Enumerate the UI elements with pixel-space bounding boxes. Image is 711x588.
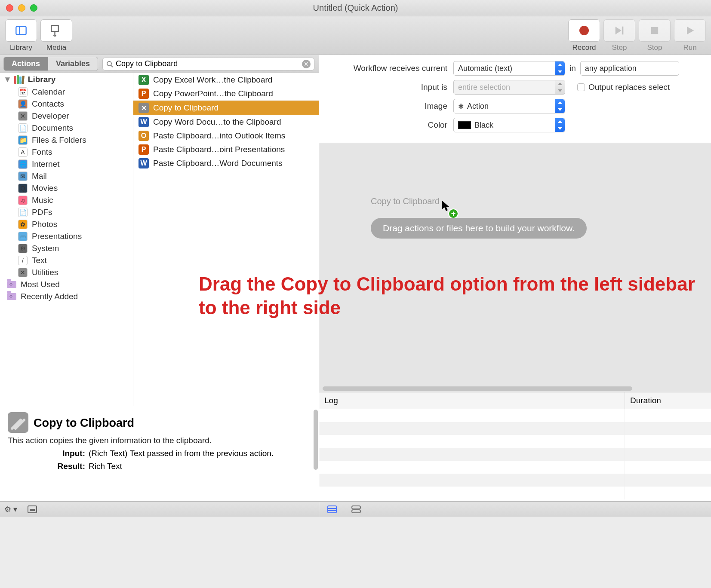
action-item[interactable]: XCopy Excel Work…the Clipboard — [133, 73, 319, 87]
description-body: This action copies the given information… — [8, 436, 311, 445]
application-dropdown[interactable]: any application — [580, 61, 679, 76]
sidebar-item-contacts[interactable]: 👤Contacts — [0, 98, 133, 110]
action-item[interactable]: OPaste Clipboard…into Outlook Items — [133, 129, 319, 143]
sidebar-smart-most-used[interactable]: ⚙Most Used — [0, 279, 133, 291]
library-sidebar: ▼ Library 📅Calendar👤Contacts✕Developer📄D… — [0, 73, 133, 406]
tab-search-row: Actions Variables ✕ — [0, 55, 319, 73]
horizontal-scrollbar[interactable] — [319, 385, 711, 392]
action-item[interactable]: PPaste Clipboard…oint Presentations — [133, 143, 319, 156]
sidebar-item-label: Recently Added — [21, 292, 78, 301]
sidebar-item-music[interactable]: ♫Music — [0, 194, 133, 206]
flow-view-icon[interactable] — [327, 505, 337, 514]
workflow-canvas[interactable]: Copy to Clipboard + Drag actions or file… — [319, 143, 711, 385]
drop-hint: Drag actions or files here to build your… — [371, 218, 587, 239]
svg-marker-21 — [558, 127, 562, 130]
plus-badge-icon: + — [448, 208, 459, 219]
sidebar-item-mail[interactable]: ✉Mail — [0, 170, 133, 182]
category-icon: / — [18, 256, 28, 265]
svg-marker-17 — [558, 89, 562, 92]
svg-rect-11 — [19, 77, 22, 84]
svg-marker-6 — [687, 26, 694, 34]
action-item-label: Copy Excel Work…the Clipboard — [153, 75, 272, 85]
sidebar-item-label: Fonts — [32, 147, 52, 157]
svg-marker-3 — [616, 26, 622, 34]
library-header[interactable]: ▼ Library — [0, 73, 133, 86]
bottom-toolbar-right — [319, 501, 711, 517]
svg-rect-9 — [14, 76, 16, 84]
svg-marker-15 — [558, 70, 562, 73]
sidebar-item-utilities[interactable]: ✕Utilities — [0, 266, 133, 279]
svg-rect-0 — [16, 26, 26, 34]
log-column-header[interactable]: Log — [319, 392, 625, 409]
svg-rect-2 — [51, 25, 58, 31]
list-view-icon[interactable] — [351, 505, 361, 514]
sidebar-item-system[interactable]: ⚙System — [0, 242, 133, 254]
action-item-label: Copy Word Docu…to the Clipboard — [153, 117, 281, 127]
action-item[interactable]: PCopy PowerPoint…the Clipboard — [133, 87, 319, 101]
tab-actions[interactable]: Actions — [3, 57, 48, 71]
sidebar-item-photos[interactable]: ✿Photos — [0, 218, 133, 230]
actions-variables-segment: Actions Variables — [3, 57, 98, 71]
tab-variables[interactable]: Variables — [48, 57, 98, 71]
smart-folder-icon: ⚙ — [7, 280, 16, 289]
close-icon[interactable] — [6, 4, 13, 12]
sidebar-item-documents[interactable]: 📄Documents — [0, 122, 133, 134]
svg-marker-14 — [558, 64, 562, 66]
category-icon: A — [18, 147, 28, 157]
library-button[interactable]: Library — [5, 19, 37, 52]
sidebar-item-movies[interactable]: QMovies — [0, 182, 133, 194]
color-dropdown[interactable]: Black — [453, 118, 565, 132]
action-item-label: Copy PowerPoint…the Clipboard — [153, 89, 273, 98]
sidebar-item-label: Documents — [32, 123, 73, 133]
media-button[interactable]: Media — [40, 19, 72, 52]
receives-dropdown[interactable]: Automatic (text) — [453, 61, 565, 76]
gear-popup-icon[interactable]: ⚙ ▾ — [4, 505, 17, 514]
minimize-icon[interactable] — [18, 4, 25, 12]
record-icon — [579, 26, 589, 35]
sidebar-item-calendar[interactable]: 📅Calendar — [0, 86, 133, 98]
duration-column-header[interactable]: Duration — [625, 392, 711, 409]
sidebar-item-label: Most Used — [21, 280, 60, 289]
sidebar-item-label: Presentations — [32, 232, 82, 241]
sidebar-item-files-folders[interactable]: 📁Files & Folders — [0, 134, 133, 146]
bottom-toolbar-left: ⚙ ▾ — [0, 501, 319, 517]
search-input[interactable] — [116, 59, 302, 68]
step-button[interactable]: Step — [603, 19, 635, 52]
category-icon: ✉ — [18, 172, 28, 181]
sidebar-item-presentations[interactable]: ▭Presentations — [0, 230, 133, 242]
library-icon — [13, 75, 25, 84]
clear-icon[interactable]: ✕ — [302, 60, 311, 68]
sidebar-item-text[interactable]: /Text — [0, 254, 133, 266]
sidebar-item-developer[interactable]: ✕Developer — [0, 110, 133, 122]
search-field[interactable]: ✕ — [102, 58, 314, 70]
disclosure-icon[interactable]: ▼ — [3, 75, 12, 84]
sidebar-item-fonts[interactable]: AFonts — [0, 146, 133, 158]
action-item[interactable]: WPaste Clipboard…Word Documents — [133, 156, 319, 170]
image-dropdown[interactable]: ✱ Action — [453, 99, 565, 113]
app-icon: W — [139, 117, 149, 127]
inbox-icon[interactable] — [28, 505, 37, 513]
category-icon: Q — [18, 184, 28, 193]
sidebar-item-pdfs[interactable]: 📄PDFs — [0, 206, 133, 218]
sidebar-smart-recently-added[interactable]: ⚙Recently Added — [0, 291, 133, 303]
scrollbar[interactable] — [314, 410, 318, 470]
description-title: Copy to Clipboard — [34, 416, 311, 430]
svg-marker-18 — [558, 101, 562, 104]
action-item[interactable]: ✕Copy to Clipboard — [133, 101, 319, 115]
svg-rect-5 — [651, 27, 658, 34]
titlebar: Untitled (Quick Action) — [0, 0, 711, 16]
app-icon: P — [139, 89, 149, 99]
svg-line-8 — [111, 65, 113, 67]
zoom-icon[interactable] — [30, 4, 37, 12]
output-replaces-checkbox[interactable] — [577, 83, 585, 91]
stop-button[interactable]: Stop — [639, 19, 671, 52]
sidebar-item-internet[interactable]: 🌐Internet — [0, 158, 133, 170]
svg-rect-12 — [22, 76, 25, 84]
search-icon — [106, 61, 113, 67]
run-button[interactable]: Run — [674, 19, 706, 52]
svg-rect-10 — [17, 75, 19, 84]
record-button[interactable]: Record — [568, 19, 600, 52]
inputis-dropdown: entire selection — [453, 80, 565, 95]
sidebar-item-label: PDFs — [32, 208, 52, 217]
action-item[interactable]: WCopy Word Docu…to the Clipboard — [133, 115, 319, 129]
